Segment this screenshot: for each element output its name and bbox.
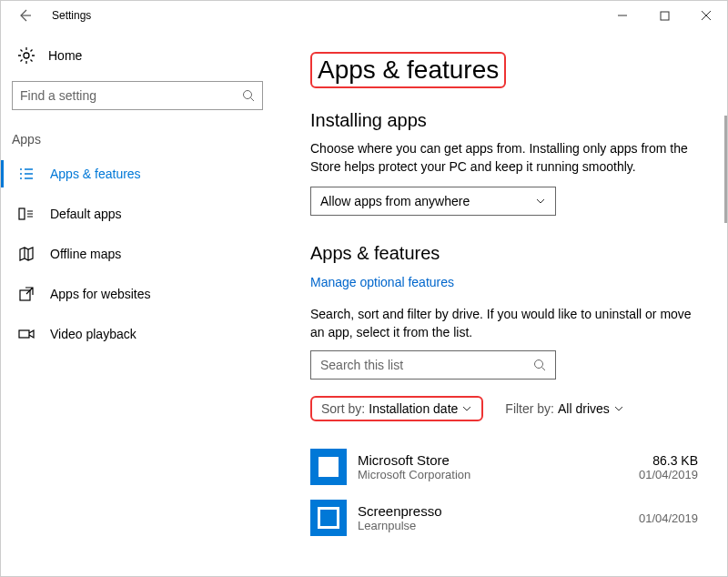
close-button[interactable]	[685, 1, 727, 30]
app-list-item[interactable]: Screenpresso Learnpulse 01/04/2019	[310, 492, 698, 543]
maximize-button[interactable]	[643, 1, 685, 30]
search-icon	[242, 89, 255, 102]
svg-rect-3	[19, 208, 25, 219]
sort-value: Installation date	[369, 401, 458, 416]
search-icon	[533, 359, 546, 371]
content-area: Apps & features Installing apps Choose w…	[274, 30, 727, 576]
open-icon	[17, 285, 35, 303]
sidebar: Home Apps Apps & features Default apps	[1, 30, 274, 576]
home-label: Home	[48, 48, 82, 63]
sidebar-item-apps-websites[interactable]: Apps for websites	[1, 274, 274, 314]
app-size: 86.3 KB	[639, 453, 698, 468]
nav-label: Default apps	[50, 207, 122, 221]
chevron-down-icon	[535, 196, 546, 207]
manage-optional-features-link[interactable]: Manage optional features	[310, 275, 454, 289]
installing-apps-heading: Installing apps	[310, 110, 698, 131]
apps-features-heading: Apps & features	[310, 243, 698, 264]
filter-by-dropdown[interactable]: Filter by: All drives	[505, 401, 623, 416]
gear-icon	[17, 46, 35, 65]
find-setting-input[interactable]	[20, 88, 242, 103]
nav-label: Offline maps	[50, 247, 121, 261]
sort-by-dropdown[interactable]: Sort by: Installation date	[310, 396, 483, 421]
app-icon	[310, 500, 347, 536]
defaults-icon	[17, 205, 35, 223]
filter-value: All drives	[558, 401, 610, 416]
nav-label: Apps & features	[50, 167, 141, 181]
app-date: 01/04/2019	[639, 468, 698, 481]
search-apps-input[interactable]	[320, 358, 533, 372]
find-setting-search[interactable]	[12, 81, 263, 110]
app-list-item[interactable]: Microsoft Store Microsoft Corporation 86…	[310, 441, 698, 492]
page-title: Apps & features	[310, 52, 506, 88]
chevron-down-icon	[613, 403, 624, 414]
svg-point-1	[24, 53, 29, 58]
dropdown-value: Allow apps from anywhere	[320, 194, 470, 208]
scrollbar[interactable]	[724, 116, 727, 223]
app-icon	[310, 449, 347, 485]
video-icon	[17, 325, 35, 343]
apps-list-description: Search, sort and filter by drive. If you…	[310, 306, 698, 341]
app-name: Screenpresso	[358, 503, 442, 519]
nav-label: Apps for websites	[50, 287, 151, 301]
installing-apps-description: Choose where you can get apps from. Inst…	[310, 140, 698, 176]
sidebar-item-offline-maps[interactable]: Offline maps	[1, 234, 274, 274]
map-icon	[17, 245, 35, 263]
sidebar-section-label: Apps	[1, 127, 274, 154]
filter-label: Filter by:	[505, 401, 554, 416]
sidebar-item-apps-features[interactable]: Apps & features	[1, 154, 274, 194]
sidebar-item-default-apps[interactable]: Default apps	[1, 194, 274, 234]
app-source-dropdown[interactable]: Allow apps from anywhere	[310, 187, 556, 216]
app-publisher: Microsoft Corporation	[358, 468, 470, 481]
window-title: Settings	[52, 9, 91, 22]
nav-label: Video playback	[50, 327, 136, 341]
list-icon	[17, 165, 35, 183]
svg-point-2	[244, 91, 252, 99]
svg-rect-5	[19, 330, 29, 338]
app-publisher: Learnpulse	[358, 519, 442, 532]
app-name: Microsoft Store	[358, 452, 470, 468]
sidebar-item-video-playback[interactable]: Video playback	[1, 314, 274, 354]
svg-rect-0	[661, 12, 669, 20]
app-date: 01/04/2019	[639, 511, 698, 525]
back-button[interactable]	[8, 8, 41, 23]
home-nav[interactable]: Home	[1, 39, 274, 76]
svg-point-6	[535, 360, 543, 369]
chevron-down-icon	[461, 403, 472, 414]
sort-label: Sort by:	[321, 401, 365, 416]
minimize-button[interactable]	[602, 1, 643, 30]
search-apps-list[interactable]	[310, 350, 556, 380]
